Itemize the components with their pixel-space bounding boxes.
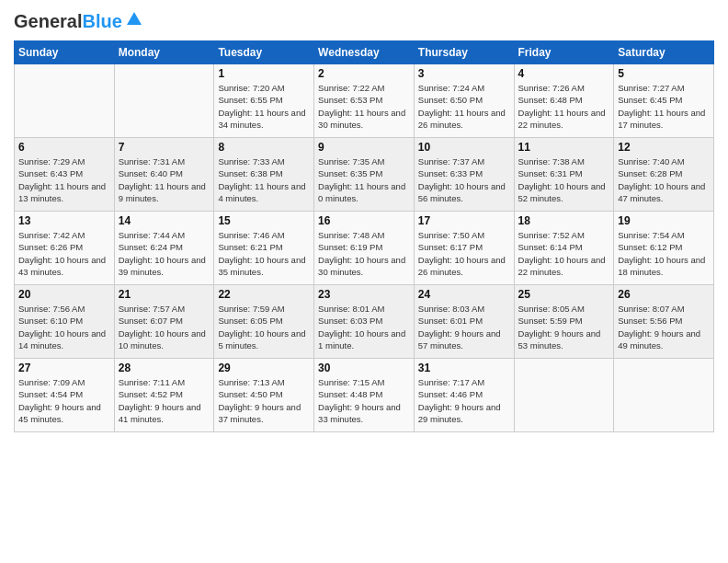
cell-info: Sunrise: 7:50 AM Sunset: 6:17 PM Dayligh… <box>418 229 510 278</box>
cell-info: Sunrise: 7:31 AM Sunset: 6:40 PM Dayligh… <box>119 155 210 204</box>
calendar-cell: 16Sunrise: 7:48 AM Sunset: 6:19 PM Dayli… <box>314 212 415 285</box>
cell-info: Sunrise: 7:37 AM Sunset: 6:33 PM Dayligh… <box>418 155 510 204</box>
day-number: 11 <box>518 141 610 154</box>
day-number: 20 <box>18 288 110 301</box>
cell-info: Sunrise: 7:48 AM Sunset: 6:19 PM Dayligh… <box>318 229 410 278</box>
day-number: 23 <box>318 288 410 301</box>
cell-info: Sunrise: 7:52 AM Sunset: 6:14 PM Dayligh… <box>518 229 610 278</box>
cell-info: Sunrise: 7:35 AM Sunset: 6:35 PM Dayligh… <box>318 155 410 204</box>
cell-info: Sunrise: 7:56 AM Sunset: 6:10 PM Dayligh… <box>18 303 110 351</box>
cell-info: Sunrise: 7:29 AM Sunset: 6:43 PM Dayligh… <box>18 155 110 204</box>
day-number: 30 <box>318 362 410 374</box>
cell-info: Sunrise: 7:13 AM Sunset: 4:50 PM Dayligh… <box>218 376 310 425</box>
cell-info: Sunrise: 7:46 AM Sunset: 6:21 PM Dayligh… <box>218 229 310 278</box>
calendar-cell: 18Sunrise: 7:52 AM Sunset: 6:14 PM Dayli… <box>514 212 614 285</box>
cell-info: Sunrise: 7:57 AM Sunset: 6:07 PM Dayligh… <box>119 303 210 351</box>
svg-marker-0 <box>127 12 142 25</box>
day-number: 6 <box>18 141 110 154</box>
calendar-cell: 17Sunrise: 7:50 AM Sunset: 6:17 PM Dayli… <box>414 212 514 285</box>
cell-info: Sunrise: 8:07 AM Sunset: 5:56 PM Dayligh… <box>618 303 710 351</box>
calendar-cell: 2Sunrise: 7:22 AM Sunset: 6:53 PM Daylig… <box>314 64 415 138</box>
day-number: 16 <box>318 214 410 227</box>
logo: GeneralBlue <box>14 9 143 33</box>
header-cell: Monday <box>114 41 214 64</box>
calendar-cell: 12Sunrise: 7:40 AM Sunset: 6:28 PM Dayli… <box>614 138 714 212</box>
page: GeneralBlue SundayMondayTuesdayWednesday… <box>0 0 728 563</box>
day-number: 21 <box>119 288 210 301</box>
calendar-cell: 26Sunrise: 8:07 AM Sunset: 5:56 PM Dayli… <box>614 285 714 359</box>
day-number: 8 <box>218 141 310 154</box>
calendar-cell <box>514 359 614 432</box>
day-number: 18 <box>518 214 610 227</box>
day-number: 22 <box>218 288 310 301</box>
day-number: 15 <box>218 214 310 227</box>
calendar-cell: 4Sunrise: 7:26 AM Sunset: 6:48 PM Daylig… <box>514 64 614 138</box>
logo-icon <box>125 10 143 29</box>
cell-info: Sunrise: 7:59 AM Sunset: 6:05 PM Dayligh… <box>218 303 310 351</box>
calendar-cell: 3Sunrise: 7:24 AM Sunset: 6:50 PM Daylig… <box>414 64 514 138</box>
calendar-cell: 7Sunrise: 7:31 AM Sunset: 6:40 PM Daylig… <box>114 138 214 212</box>
cell-info: Sunrise: 7:17 AM Sunset: 4:46 PM Dayligh… <box>418 376 510 425</box>
calendar-cell: 1Sunrise: 7:20 AM Sunset: 6:55 PM Daylig… <box>214 64 314 138</box>
day-number: 13 <box>18 214 110 227</box>
calendar-table: SundayMondayTuesdayWednesdayThursdayFrid… <box>14 40 714 432</box>
day-number: 2 <box>318 67 410 80</box>
calendar-cell: 8Sunrise: 7:33 AM Sunset: 6:38 PM Daylig… <box>214 138 314 212</box>
cell-info: Sunrise: 7:26 AM Sunset: 6:48 PM Dayligh… <box>518 82 610 131</box>
day-number: 25 <box>518 288 610 301</box>
calendar-cell: 24Sunrise: 8:03 AM Sunset: 6:01 PM Dayli… <box>414 285 514 359</box>
calendar-cell: 5Sunrise: 7:27 AM Sunset: 6:45 PM Daylig… <box>614 64 714 138</box>
calendar-cell: 10Sunrise: 7:37 AM Sunset: 6:33 PM Dayli… <box>414 138 514 212</box>
calendar-week: 27Sunrise: 7:09 AM Sunset: 4:54 PM Dayli… <box>15 359 714 432</box>
day-number: 5 <box>618 67 710 80</box>
day-number: 26 <box>618 288 710 301</box>
cell-info: Sunrise: 7:40 AM Sunset: 6:28 PM Dayligh… <box>618 155 710 204</box>
cell-info: Sunrise: 7:33 AM Sunset: 6:38 PM Dayligh… <box>218 155 310 204</box>
day-number: 9 <box>318 141 410 154</box>
header-cell: Sunday <box>15 41 115 64</box>
calendar-cell: 21Sunrise: 7:57 AM Sunset: 6:07 PM Dayli… <box>114 285 214 359</box>
cell-info: Sunrise: 7:09 AM Sunset: 4:54 PM Dayligh… <box>18 376 110 425</box>
calendar-cell: 23Sunrise: 8:01 AM Sunset: 6:03 PM Dayli… <box>314 285 415 359</box>
header-cell: Wednesday <box>314 41 415 64</box>
calendar-cell: 11Sunrise: 7:38 AM Sunset: 6:31 PM Dayli… <box>514 138 614 212</box>
header-cell: Thursday <box>414 41 514 64</box>
day-number: 29 <box>218 362 310 374</box>
cell-info: Sunrise: 7:24 AM Sunset: 6:50 PM Dayligh… <box>418 82 510 131</box>
cell-info: Sunrise: 7:22 AM Sunset: 6:53 PM Dayligh… <box>318 82 410 131</box>
calendar-week: 20Sunrise: 7:56 AM Sunset: 6:10 PM Dayli… <box>15 285 714 359</box>
day-number: 12 <box>618 141 710 154</box>
day-number: 27 <box>18 362 110 374</box>
calendar-cell: 9Sunrise: 7:35 AM Sunset: 6:35 PM Daylig… <box>314 138 415 212</box>
cell-info: Sunrise: 7:54 AM Sunset: 6:12 PM Dayligh… <box>618 229 710 278</box>
cell-info: Sunrise: 7:20 AM Sunset: 6:55 PM Dayligh… <box>218 82 310 131</box>
calendar-cell: 13Sunrise: 7:42 AM Sunset: 6:26 PM Dayli… <box>15 212 115 285</box>
day-number: 19 <box>618 214 710 227</box>
cell-info: Sunrise: 8:01 AM Sunset: 6:03 PM Dayligh… <box>318 303 410 351</box>
calendar-cell <box>614 359 714 432</box>
cell-info: Sunrise: 8:03 AM Sunset: 6:01 PM Dayligh… <box>418 303 510 351</box>
cell-info: Sunrise: 7:11 AM Sunset: 4:52 PM Dayligh… <box>119 376 210 425</box>
logo-general: GeneralBlue <box>14 9 122 33</box>
header-cell: Saturday <box>614 41 714 64</box>
header-row: SundayMondayTuesdayWednesdayThursdayFrid… <box>15 41 714 64</box>
calendar-cell: 14Sunrise: 7:44 AM Sunset: 6:24 PM Dayli… <box>114 212 214 285</box>
calendar-cell: 28Sunrise: 7:11 AM Sunset: 4:52 PM Dayli… <box>114 359 214 432</box>
cell-info: Sunrise: 7:42 AM Sunset: 6:26 PM Dayligh… <box>18 229 110 278</box>
cell-info: Sunrise: 7:27 AM Sunset: 6:45 PM Dayligh… <box>618 82 710 131</box>
day-number: 28 <box>119 362 210 374</box>
header-cell: Tuesday <box>214 41 314 64</box>
day-number: 31 <box>418 362 510 374</box>
calendar-header: SundayMondayTuesdayWednesdayThursdayFrid… <box>15 41 714 64</box>
calendar-cell: 20Sunrise: 7:56 AM Sunset: 6:10 PM Dayli… <box>15 285 115 359</box>
header-cell: Friday <box>514 41 614 64</box>
calendar-week: 13Sunrise: 7:42 AM Sunset: 6:26 PM Dayli… <box>15 212 714 285</box>
cell-info: Sunrise: 7:15 AM Sunset: 4:48 PM Dayligh… <box>318 376 410 425</box>
cell-info: Sunrise: 7:44 AM Sunset: 6:24 PM Dayligh… <box>119 229 210 278</box>
day-number: 14 <box>119 214 210 227</box>
calendar-cell <box>15 64 115 138</box>
day-number: 1 <box>218 67 310 80</box>
day-number: 17 <box>418 214 510 227</box>
cell-info: Sunrise: 7:38 AM Sunset: 6:31 PM Dayligh… <box>518 155 610 204</box>
day-number: 24 <box>418 288 510 301</box>
